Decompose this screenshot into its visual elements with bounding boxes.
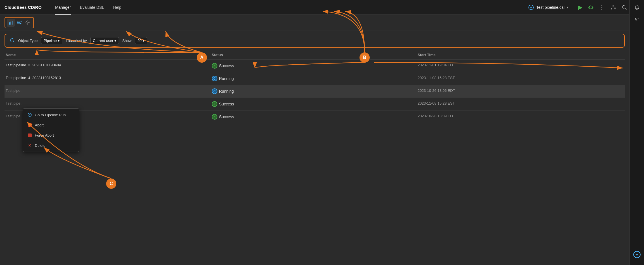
svg-rect-12 [10, 22, 11, 25]
status-badge: C Running [212, 88, 418, 94]
nav-help[interactable]: Help [109, 0, 126, 15]
table-header: Name Status Start Time [5, 50, 625, 60]
filter-bar: Object Type Pipeline ▾ Launched by Curre… [5, 34, 625, 48]
pipeline-action-icons: ▶ ⋮ [574, 4, 608, 11]
object-type-select[interactable]: Pipeline ▾ [41, 37, 62, 44]
search-top-icon[interactable] [621, 5, 627, 10]
table-row[interactable]: Test pipeline_3_20231101190404 ✓ Success… [5, 60, 625, 72]
analytics-icon[interactable] [7, 19, 15, 27]
object-type-chevron-icon: ▾ [58, 39, 60, 43]
table-row[interactable]: Test pipe... C Running 2023-10-26 13:06 … [5, 85, 625, 98]
context-menu: Go to Pipeline Run Abort Force Abort ✕ D… [23, 108, 79, 152]
success-icon: ✓ [212, 114, 217, 120]
right-sidebar: m [629, 0, 644, 265]
annotation-a: A [197, 52, 207, 63]
show-select[interactable]: 20 ▾ [135, 37, 147, 44]
annotation-c: C [106, 179, 116, 189]
more-options-icon[interactable]: ⋮ [599, 4, 605, 11]
svg-point-14 [9, 22, 10, 23]
toolbar-icon-group [5, 17, 34, 28]
running-icon: C [212, 76, 217, 81]
svg-line-8 [625, 8, 626, 9]
pipeline-title-dropdown-icon[interactable]: ▾ [567, 5, 568, 9]
svg-point-7 [622, 5, 625, 8]
start-time: 2023-11-01 19:04 EDT [418, 63, 624, 69]
start-time: 2023-10-26 13:09 EDT [418, 114, 624, 120]
nav-manager[interactable]: Manager [51, 0, 75, 15]
refresh-icon[interactable] [10, 38, 15, 44]
add-pipeline-icon[interactable] [15, 19, 23, 27]
start-time: 2023-10-26 13:06 EDT [418, 88, 624, 94]
status-badge: C Running [212, 76, 418, 81]
annotation-b: B [360, 52, 370, 63]
launched-by-label: Launched by [66, 39, 87, 43]
context-menu-item-delete[interactable]: ✕ Delete [23, 140, 79, 150]
top-navigation: CloudBees CD/RO Manager Evaluate DSL Hel… [0, 0, 644, 15]
row-name: Test pipeline_3_20231101190404 [6, 63, 212, 69]
toolbar [0, 15, 629, 31]
show-chevron-icon: ▾ [143, 39, 145, 43]
bell-icon[interactable] [634, 5, 640, 11]
pipeline-title-text: Test pipeline.dsl [536, 5, 564, 10]
success-icon: ✓ [212, 101, 217, 107]
add-user-icon[interactable] [611, 4, 617, 10]
col-status: Status [212, 53, 418, 57]
debug-icon[interactable] [588, 4, 594, 10]
start-time: 2023-11-08 15:28 EST [418, 101, 624, 107]
svg-rect-13 [12, 21, 13, 25]
svg-point-4 [612, 5, 614, 7]
row-name: Test pipe... [6, 101, 212, 107]
force-abort-icon [27, 133, 32, 137]
main-content: Object Type Pipeline ▾ Launched by Curre… [0, 15, 629, 265]
col-name: Name [6, 53, 212, 57]
table-row[interactable]: Test pipeline_4_20231108152813 C Running… [5, 72, 625, 85]
start-time: 2023-11-08 15:28 EST [418, 76, 624, 81]
svg-rect-11 [9, 23, 10, 25]
sidebar-bottom-logo [633, 251, 641, 259]
pipeline-title-area: Test pipeline.dsl ▾ [525, 5, 572, 10]
run-icon[interactable]: ▶ [578, 4, 583, 11]
svg-rect-16 [17, 22, 20, 23]
cb-logo-pipeline [528, 5, 534, 10]
pipeline-runs-table: Name Status Start Time Test pipeline_3_2… [0, 50, 629, 123]
cb-icon [27, 113, 32, 117]
nav-evaluate-dsl[interactable]: Evaluate DSL [75, 0, 109, 15]
abort-icon [27, 123, 32, 127]
status-badge: ✓ Success [212, 114, 418, 120]
context-menu-item-abort[interactable]: Abort [23, 120, 79, 130]
col-start-time: Start Time [418, 53, 624, 57]
running-icon: C [212, 88, 217, 94]
brand-logo: CloudBees CD/RO [5, 5, 42, 10]
status-badge: ✓ Success [212, 101, 418, 107]
table-row[interactable]: Test pipe... ✓ Success 2023-11-08 15:28 … [5, 98, 625, 111]
svg-point-1 [589, 6, 592, 9]
status-badge: ✓ Success [212, 63, 418, 69]
row-name: Test pipe... [6, 88, 212, 94]
delete-icon: ✕ [27, 143, 32, 148]
user-avatar-icon: m [635, 16, 639, 22]
svg-point-19 [27, 22, 29, 24]
gear-icon[interactable] [24, 19, 32, 27]
launched-by-select[interactable]: Current user ▾ [90, 37, 119, 44]
show-label: Show [122, 39, 132, 43]
object-type-label: Object Type [18, 39, 38, 43]
table-row[interactable]: Test pipe... ✓ Success 2023-10-26 13:09 … [5, 111, 625, 123]
context-menu-item-go-to-pipeline-run[interactable]: Go to Pipeline Run [23, 110, 79, 120]
launched-by-chevron-icon: ▾ [114, 39, 116, 43]
success-icon: ✓ [212, 63, 217, 69]
svg-rect-15 [17, 21, 22, 22]
row-name: Test pipeline_4_20231108152813 [6, 76, 212, 81]
context-menu-item-force-abort[interactable]: Force Abort [23, 130, 79, 140]
